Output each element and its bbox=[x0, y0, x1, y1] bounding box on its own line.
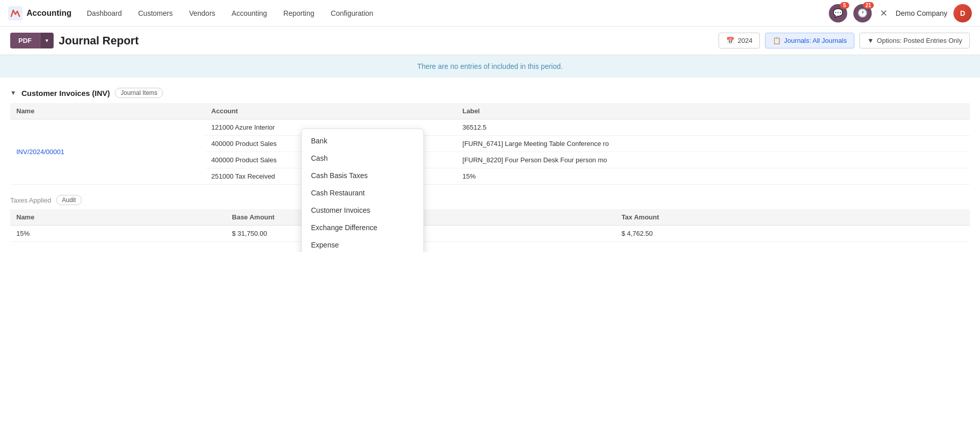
dropdown-item-exchange-difference[interactable]: Exchange Difference bbox=[302, 219, 423, 236]
section-header: ▼ Customer Invoices (INV) Journal Items bbox=[10, 88, 970, 98]
label-4: 15% bbox=[457, 168, 970, 185]
user-avatar[interactable]: D bbox=[953, 4, 972, 22]
tax-section-header: Taxes Applied Audit bbox=[10, 195, 970, 205]
filter-icon: ▼ bbox=[867, 37, 874, 44]
info-text: There are no entries of included in this… bbox=[417, 62, 563, 70]
tax-table: Name Base Amount Tax Amount 15% $ 31,750… bbox=[10, 209, 970, 242]
tax-row: 15% $ 31,750.00 $ 4,762.50 bbox=[10, 226, 970, 242]
nav-right: 💬 5 🕐 21 ✕ Demo Company D bbox=[829, 4, 972, 22]
label-2: [FURN_6741] Large Meeting Table Conferen… bbox=[457, 136, 970, 152]
options-filter-button[interactable]: ▼ Options: Posted Entries Only bbox=[859, 33, 970, 48]
date-filter-label: 2024 bbox=[737, 37, 752, 44]
date-filter-button[interactable]: 📅 2024 bbox=[719, 33, 760, 48]
nav-vendors[interactable]: Vendors bbox=[182, 6, 222, 20]
activity-button[interactable]: 🕐 21 bbox=[853, 4, 872, 22]
nav-dashboard[interactable]: Dashboard bbox=[80, 6, 129, 20]
page-title: Journal Report bbox=[59, 34, 138, 47]
journal-filter-label: Journals: All Journals bbox=[784, 37, 847, 44]
main-content: ▼ Customer Invoices (INV) Journal Items … bbox=[0, 78, 980, 252]
nav-reporting[interactable]: Reporting bbox=[276, 6, 322, 20]
col-account: Account bbox=[205, 103, 457, 119]
pdf-btn-group: PDF ▾ bbox=[10, 33, 54, 48]
chat-icon: 💬 bbox=[833, 8, 843, 18]
calendar-icon: 📅 bbox=[726, 37, 734, 44]
section-toggle[interactable]: ▼ bbox=[10, 89, 16, 96]
brand[interactable]: Accounting bbox=[8, 6, 71, 20]
info-banner: There are no entries of included in this… bbox=[0, 55, 980, 78]
label-1: 36512.5 bbox=[457, 119, 970, 136]
dropdown-item-cash[interactable]: Cash bbox=[302, 150, 423, 167]
clock-icon: 🕐 bbox=[857, 8, 868, 18]
dropdown-item-customer-invoices[interactable]: Customer Invoices bbox=[302, 202, 423, 219]
journal-icon: 📋 bbox=[773, 37, 781, 44]
pdf-dropdown-button[interactable]: ▾ bbox=[40, 33, 54, 48]
dropdown-item-bank[interactable]: Bank bbox=[302, 132, 423, 150]
journal-dropdown-menu: Bank Cash Cash Basis Taxes Cash Restaura… bbox=[301, 129, 424, 252]
nav-configuration[interactable]: Configuration bbox=[324, 6, 380, 20]
close-icon[interactable]: ✕ bbox=[878, 6, 890, 21]
company-name[interactable]: Demo Company bbox=[896, 9, 947, 17]
tax-col-tax: Tax Amount bbox=[615, 209, 970, 226]
pdf-button[interactable]: PDF bbox=[10, 33, 40, 48]
tax-name: 15% bbox=[10, 226, 226, 242]
tax-amount: $ 4,762.50 bbox=[615, 226, 970, 242]
tax-col-name: Name bbox=[10, 209, 226, 226]
table-row: INV/2024/00001 121000 Azure Interior 365… bbox=[10, 119, 970, 136]
messages-button[interactable]: 💬 5 bbox=[829, 4, 847, 22]
tax-header-row: Name Base Amount Tax Amount bbox=[10, 209, 970, 226]
messages-badge: 5 bbox=[840, 2, 849, 9]
taxes-applied-label: Taxes Applied bbox=[10, 196, 51, 204]
dropdown-item-cash-basis-taxes[interactable]: Cash Basis Taxes bbox=[302, 167, 423, 184]
invoice-link[interactable]: INV/2024/00001 bbox=[10, 119, 205, 185]
nav-accounting[interactable]: Accounting bbox=[225, 6, 274, 20]
label-3: [FURN_8220] Four Person Desk Four person… bbox=[457, 152, 970, 168]
options-filter-label: Options: Posted Entries Only bbox=[877, 37, 962, 44]
col-name: Name bbox=[10, 103, 205, 119]
audit-badge[interactable]: Audit bbox=[56, 195, 81, 205]
section-title: Customer Invoices (INV) bbox=[21, 89, 110, 97]
table-header-row: Name Account Label bbox=[10, 103, 970, 119]
brand-icon bbox=[8, 6, 22, 20]
journal-filter-button[interactable]: 📋 Journals: All Journals bbox=[765, 33, 854, 48]
nav-customers[interactable]: Customers bbox=[131, 6, 180, 20]
journal-items-badge[interactable]: Journal Items bbox=[115, 88, 163, 98]
activity-badge: 21 bbox=[863, 2, 874, 9]
dropdown-item-expense[interactable]: Expense bbox=[302, 236, 423, 252]
col-label: Label bbox=[457, 103, 970, 119]
toolbar: PDF ▾ Journal Report 📅 2024 📋 Journals: … bbox=[0, 27, 980, 55]
brand-name: Accounting bbox=[27, 9, 71, 18]
tax-section: Taxes Applied Audit Name Base Amount Tax… bbox=[10, 195, 970, 242]
invoices-table: Name Account Label INV/2024/00001 121000… bbox=[10, 103, 970, 185]
top-nav: Accounting Dashboard Customers Vendors A… bbox=[0, 0, 980, 27]
dropdown-item-cash-restaurant[interactable]: Cash Restaurant bbox=[302, 184, 423, 202]
